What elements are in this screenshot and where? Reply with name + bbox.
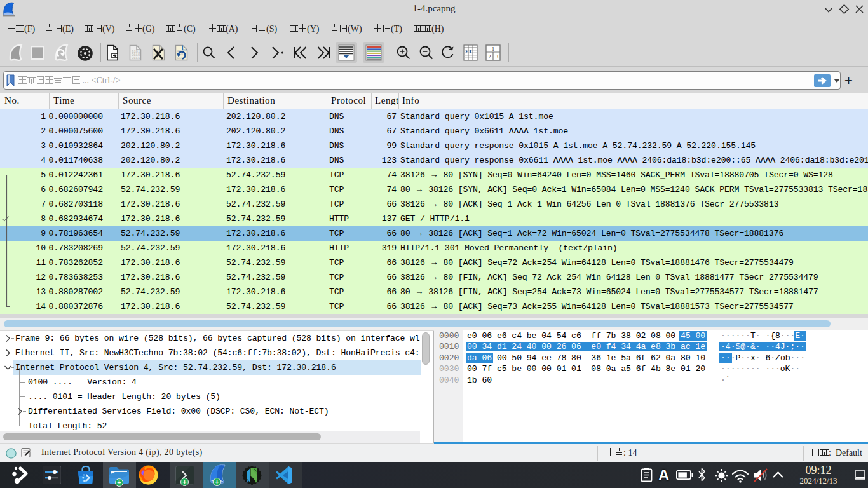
svg-text:2: 2 [489,54,491,60]
svg-text:3: 3 [496,54,498,60]
svg-text:1: 1 [492,46,494,52]
svg-text:0111: 0111 [132,56,140,60]
